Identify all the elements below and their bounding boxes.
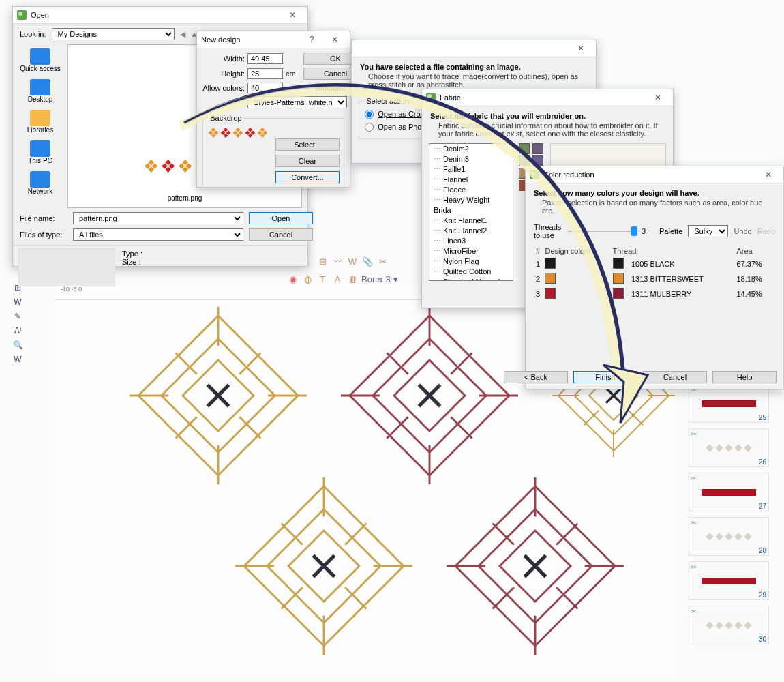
filetype-select[interactable]: All files xyxy=(73,228,243,241)
toolbar-icon[interactable]: 🗑 xyxy=(346,273,359,285)
borer-select[interactable]: Borer 3 xyxy=(361,274,391,284)
tool-button[interactable]: W xyxy=(12,296,24,308)
fabric-item[interactable]: Knit Flannel2 xyxy=(429,226,513,236)
trace-sub: Choose if you want to trace image(conver… xyxy=(360,71,588,89)
nav-back-icon[interactable]: ◀ xyxy=(180,30,185,39)
toolbar-icon[interactable]: ✂ xyxy=(376,255,389,267)
fabric-item[interactable]: Fleece xyxy=(429,185,513,195)
lookin-label: Look in: xyxy=(20,30,46,38)
preview-meta: Type : Size : xyxy=(13,245,307,289)
preview-caption: pattern.png xyxy=(168,194,202,207)
color-heading: Select how many colors your design will … xyxy=(534,189,699,197)
table-row[interactable]: 21313 BITTERSWEET18.18% xyxy=(535,272,774,286)
toolbar-icon[interactable]: W xyxy=(346,255,359,267)
height-label: Height: xyxy=(202,70,245,78)
frame-thumb[interactable]: ✂25 xyxy=(689,384,769,423)
help-icon[interactable]: ? xyxy=(301,33,322,46)
fabric-item[interactable]: Flannel xyxy=(429,175,513,185)
open-button[interactable]: Open xyxy=(249,212,313,224)
trace-heading: You have selected a file containing an i… xyxy=(360,63,521,71)
places-item[interactable]: Network xyxy=(13,171,67,195)
back-button[interactable]: < Back xyxy=(504,371,568,383)
table-row[interactable]: 11005 BLACK67.37% xyxy=(535,257,774,271)
table-row[interactable]: 31311 MULBERRY14.45% xyxy=(535,287,774,301)
fabric-item[interactable]: MicroFiber xyxy=(429,246,513,256)
cancel-button[interactable]: Cancel xyxy=(643,371,707,383)
window-title: Fabric xyxy=(440,93,461,102)
frame-thumb[interactable]: ✂30 xyxy=(689,606,769,644)
fabric-item[interactable]: Denim2 xyxy=(429,144,513,154)
places-item[interactable]: Desktop xyxy=(13,79,67,103)
scissors-icon: ✂ xyxy=(691,563,696,571)
close-icon[interactable]: ✕ xyxy=(570,42,592,55)
threads-value: 3 xyxy=(642,227,646,235)
close-icon[interactable]: ✕ xyxy=(757,168,779,181)
places-item[interactable]: This PC xyxy=(13,140,67,164)
fabric-item[interactable]: Knit Flannel1 xyxy=(429,216,513,226)
scissors-icon: ✂ xyxy=(691,519,696,527)
swatch[interactable] xyxy=(519,155,530,166)
swatch[interactable] xyxy=(519,143,530,154)
undo-link[interactable]: Undo xyxy=(734,227,751,235)
new-design-dialog: New design ?✕ Width: OK Height: cm Cance… xyxy=(196,31,350,188)
toolbar-icon[interactable]: A xyxy=(331,273,344,285)
finish-button[interactable]: Finish xyxy=(573,371,637,383)
toolbar-icon[interactable]: ⊟ xyxy=(316,255,329,267)
fabric-item[interactable]: Linen3 xyxy=(429,236,513,246)
fabric-item[interactable]: Standard Normal xyxy=(429,277,513,281)
close-icon[interactable]: ✕ xyxy=(324,33,346,46)
toolbar-icon[interactable]: 〰 xyxy=(331,255,344,267)
tool-button[interactable]: 🔍 xyxy=(12,339,24,351)
toolbar-icon[interactable]: 📎 xyxy=(361,255,374,267)
backdrop-legend: Backdrop xyxy=(209,114,243,122)
height-input[interactable] xyxy=(247,68,283,79)
titlebar: Color reduction ✕ xyxy=(526,166,783,183)
titlebar: Open ✕ xyxy=(13,7,307,24)
frame-thumb[interactable]: ✂28 xyxy=(689,517,769,556)
width-input[interactable] xyxy=(247,53,283,64)
tool-button[interactable]: ✎ xyxy=(12,310,24,323)
fabric-item[interactable]: Nylon Flag xyxy=(429,256,513,267)
titlebar: ✕ xyxy=(352,40,596,57)
places-item[interactable]: Quick access xyxy=(13,48,67,72)
palette-select[interactable]: Sulky xyxy=(688,225,728,237)
threads-label: Threads to use xyxy=(534,223,562,239)
frame-thumb[interactable]: ✂29 xyxy=(689,561,769,600)
width-label: Width: xyxy=(202,55,245,63)
close-icon[interactable]: ✕ xyxy=(647,91,669,104)
swatch[interactable] xyxy=(532,143,543,154)
fabric-item[interactable]: Denim3 xyxy=(429,154,513,164)
swatch[interactable] xyxy=(532,155,543,166)
colors-input[interactable] xyxy=(247,83,283,93)
lookin-select[interactable]: My Designs xyxy=(52,28,175,40)
fabric-list[interactable]: Denim2Denim3Faille1FlannelFleeceHeavy We… xyxy=(429,143,513,281)
close-icon[interactable]: ✕ xyxy=(282,9,303,21)
window-title: Open xyxy=(31,11,49,19)
window-title: Color reduction xyxy=(543,170,594,179)
clear-button[interactable]: Clear xyxy=(275,155,340,167)
convert-button[interactable]: Convert... xyxy=(275,171,340,183)
color-reduction-dialog: Color reduction ✕ Select how many colors… xyxy=(525,166,784,389)
app-icon xyxy=(426,93,436,102)
frame-thumb[interactable]: ✂26 xyxy=(689,428,769,467)
action-legend: Select action xyxy=(365,97,410,105)
threads-slider[interactable] xyxy=(568,226,636,236)
frame-thumb[interactable]: ✂27 xyxy=(689,473,769,512)
toolbar-icon[interactable]: T xyxy=(316,273,329,285)
titlebar: New design ?✕ xyxy=(197,31,350,48)
cancel-button[interactable]: Cancel xyxy=(249,228,313,241)
filename-input[interactable]: pattern.png xyxy=(73,212,243,224)
template-select[interactable]: Styles-Patterns_white.ngs xyxy=(247,96,347,108)
fabric-item[interactable]: Heavy Weight Brida xyxy=(429,195,513,216)
fabric-item[interactable]: Faille1 xyxy=(429,164,513,175)
select-button[interactable]: Select... xyxy=(275,138,340,151)
scissors-icon: ✂ xyxy=(691,475,696,482)
tool-button[interactable]: W xyxy=(12,353,24,366)
places-item[interactable]: Libraries xyxy=(13,110,67,134)
frame-strip[interactable]: ✂25✂26✂27✂28✂29✂30 xyxy=(689,384,769,650)
tool-button[interactable]: Aᴵ xyxy=(12,325,24,337)
help-button[interactable]: Help xyxy=(712,371,777,383)
filename-label: File name: xyxy=(20,214,67,222)
redo-link: Redo xyxy=(757,227,775,235)
fabric-item[interactable]: Quilted Cotton xyxy=(429,267,513,277)
